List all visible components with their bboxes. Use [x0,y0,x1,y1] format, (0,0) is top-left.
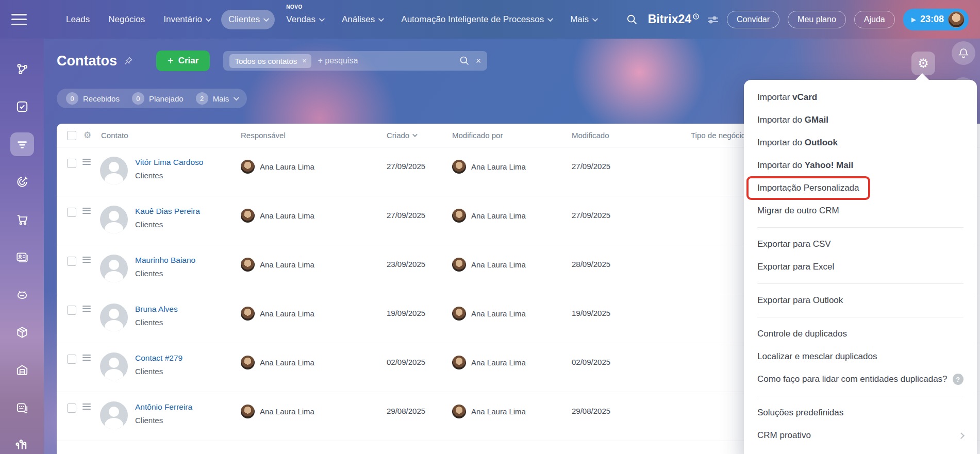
row-checkbox[interactable] [67,306,76,315]
sliders-icon[interactable] [707,15,719,24]
row-menu-icon[interactable] [82,208,91,214]
menu-item-exportar-outlook[interactable]: Exportar para Outlook [744,289,977,312]
row-menu-icon[interactable] [82,257,91,263]
filter-chip[interactable]: Todos os contatos × [229,54,311,68]
nav-analises[interactable]: Análises [335,10,390,29]
modified-by-name[interactable]: Ana Laura Lima [471,358,526,367]
menu-item-importar-outlook[interactable]: Importar do Outlook [744,131,977,154]
column-responsavel[interactable]: Responsável [241,131,286,140]
menu-item-importar-vcard[interactable]: Importar vCard [744,86,977,109]
responsible-name[interactable]: Ana Laura Lima [260,211,314,220]
time-tracker[interactable]: ▶ 23:08 [903,9,969,30]
menu-hamburger-icon[interactable] [11,14,27,25]
search-icon[interactable] [459,56,470,66]
sidebar-item-marketing[interactable] [10,170,34,194]
top-bar: Leads Negócios Inventário Clientes NOVOV… [0,0,980,39]
chip-close-icon[interactable]: × [302,57,306,65]
contact-name-link[interactable]: Contact #279 [135,354,182,363]
menu-item-importar-yahoo[interactable]: Importar do Yahoo! Mail [744,154,977,177]
sidebar-item-sales[interactable] [10,208,34,231]
bitrix24-logo[interactable]: Bitrix24 [648,12,699,26]
menu-item-crm-proativo[interactable]: CRM proativo [744,424,977,447]
row-menu-icon[interactable] [82,159,91,165]
menu-item-importacao-personalizada[interactable]: Importação Personalizada [744,177,977,199]
nav-vendas[interactable]: NOVOVendas [279,10,330,29]
row-menu-icon[interactable] [82,306,91,312]
sidebar-item-collab[interactable] [10,57,34,81]
help-button[interactable]: Ajuda [854,11,895,28]
responsible-name[interactable]: Ana Laura Lima [260,162,314,171]
row-checkbox[interactable] [67,355,76,364]
my-plan-button[interactable]: Meu plano [788,11,846,28]
search-icon[interactable] [624,12,640,27]
menu-divider [757,227,964,228]
sidebar-item-inventory[interactable] [10,321,34,344]
nav-automacao[interactable]: Automação Inteligente de Processos [394,10,559,29]
help-question-icon[interactable]: ? [953,374,964,385]
nav-inventario[interactable]: Inventário [156,10,217,29]
responsible-name[interactable]: Ana Laura Lima [260,407,314,416]
row-menu-icon[interactable] [82,403,91,410]
contact-name-link[interactable]: Vitór Lima Cardoso [135,158,203,167]
row-menu-icon[interactable] [82,355,91,361]
modified-by-name[interactable]: Ana Laura Lima [471,211,526,220]
column-modificado-por[interactable]: Modificado por [452,131,503,140]
counter-planejado[interactable]: 0 Planejado [132,92,184,105]
menu-item-exportar-csv[interactable]: Exportar para CSV [744,233,977,256]
counter-mais[interactable]: 2 Mais [196,92,238,105]
cube-icon [15,326,29,339]
menu-item-controle-duplicados[interactable]: Controle de duplicados [744,323,977,345]
column-tipo-negocio[interactable]: Tipo de negócio [691,131,745,140]
menu-item-localizar-mesclar[interactable]: Localizar e mesclar duplicados [744,345,977,368]
sidebar-item-crm[interactable] [10,132,34,156]
grid-settings-gear-icon[interactable]: ⚙ [84,130,91,141]
modified-by-name[interactable]: Ana Laura Lima [471,407,526,416]
modified-by-avatar [452,209,466,223]
column-criado[interactable]: Criado [387,131,416,140]
sidebar-item-booking[interactable] [10,396,34,419]
modified-by-name[interactable]: Ana Laura Lima [471,309,526,318]
contact-avatar [100,255,128,282]
menu-item-solucoes-predefinidas[interactable]: Soluções predefinidas [744,401,977,424]
counters-bar: 0 Recebidos 0 Planejado 2 Mais [57,89,247,108]
sidebar-item-ai[interactable] [10,283,34,307]
nav-negocios[interactable]: Negócios [101,10,152,29]
sidebar-item-tasks[interactable] [10,95,34,119]
invite-button[interactable]: Convidar [727,11,779,28]
clear-search-icon[interactable]: × [476,56,481,66]
contact-name-link[interactable]: Antônio Ferreira [135,402,192,412]
menu-item-ajuda-duplicadas[interactable]: Como faço para lidar com entidades dupli… [744,368,977,391]
row-checkbox[interactable] [67,208,76,217]
modified-by-name[interactable]: Ana Laura Lima [471,162,526,171]
search-input[interactable]: + pesquisa [318,56,459,65]
row-checkbox[interactable] [67,159,76,168]
sidebar-item-contact-center[interactable] [10,245,34,269]
filter-search-bar[interactable]: Todos os contatos × + pesquisa × [223,51,487,71]
row-checkbox[interactable] [67,403,76,413]
notifications-bell-icon[interactable] [952,41,975,65]
responsible-name[interactable]: Ana Laura Lima [260,358,314,367]
column-modificado[interactable]: Modificado [572,131,609,140]
counter-recebidos[interactable]: 0 Recebidos [66,92,120,105]
modified-by-name[interactable]: Ana Laura Lima [471,260,526,269]
row-checkbox[interactable] [67,257,76,266]
select-all-checkbox[interactable] [67,131,76,140]
sidebar-item-analytics[interactable] [10,433,34,454]
nav-clientes[interactable]: Clientes [221,10,275,29]
sidebar-item-warehouse[interactable] [10,358,34,382]
create-button[interactable]: + Criar [156,51,210,71]
contact-name-link[interactable]: Maurinho Baiano [135,256,195,265]
nav-leads[interactable]: Leads [59,10,97,29]
responsible-name[interactable]: Ana Laura Lima [260,260,314,269]
settings-gear-button[interactable]: ⚙ [911,52,935,75]
nav-mais[interactable]: Mais [563,10,604,29]
responsible-name[interactable]: Ana Laura Lima [260,309,314,318]
menu-item-importar-gmail[interactable]: Importar do GMail [744,109,977,131]
column-contato[interactable]: Contato [101,131,128,140]
contact-name-link[interactable]: Kauê Dias Pereira [135,207,200,216]
pin-icon[interactable] [123,56,134,66]
menu-item-exportar-excel[interactable]: Exportar para Excel [744,256,977,278]
user-avatar[interactable] [948,11,965,28]
contact-name-link[interactable]: Bruna Alves [135,305,178,314]
menu-item-migrar-crm[interactable]: Migrar de outro CRM [744,199,977,222]
